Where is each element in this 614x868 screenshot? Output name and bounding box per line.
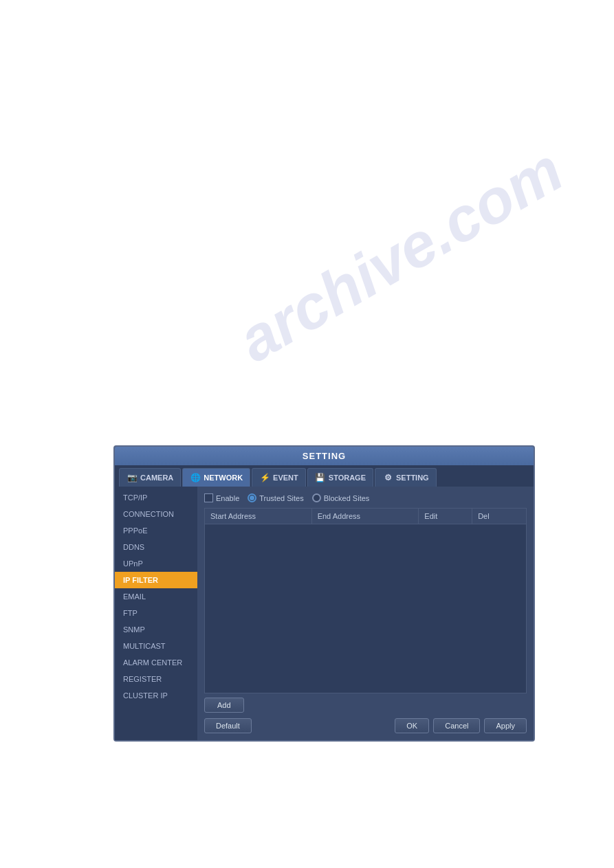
content-area: TCP/IP CONNECTION PPPoE DDNS UPnP IP FIL… [115,487,534,740]
tab-camera-label: CAMERA [140,474,173,482]
col-del: Del [472,509,526,524]
sidebar-item-ftp[interactable]: FTP [115,605,197,621]
event-tab-icon: ⚡ [259,472,270,483]
trusted-sites-label: Trusted Sites [259,494,303,502]
col-end-address: End Address [312,509,419,524]
sidebar-item-tcpip[interactable]: TCP/IP [115,489,197,506]
sidebar-item-ipfilter[interactable]: IP FILTER [115,572,197,588]
ok-button[interactable]: OK [395,718,429,733]
trusted-sites-wrapper[interactable]: Trusted Sites [248,493,303,502]
filter-options: Enable Trusted Sites Blocked Sites [204,493,527,502]
storage-tab-icon: 💾 [315,472,326,483]
tab-camera[interactable]: 📷 CAMERA [119,468,181,487]
sidebar-item-connection[interactable]: CONNECTION [115,506,197,522]
enable-label: Enable [216,494,239,502]
tab-network-label: NETWORK [204,474,243,482]
sidebar-item-multicast[interactable]: MULTICAST [115,638,197,654]
sidebar-item-upnp[interactable]: UPnP [115,555,197,572]
sidebar-item-snmp[interactable]: SNMP [115,621,197,638]
ip-filter-table: Start Address End Address Edit Del [204,508,527,693]
sidebar-item-register[interactable]: REGISTER [115,671,197,687]
blocked-sites-label: Blocked Sites [324,494,370,502]
tab-storage[interactable]: 💾 STORAGE [307,468,373,487]
add-button[interactable]: Add [204,698,244,713]
setting-tab-icon: ⚙ [382,472,393,483]
sidebar-item-ddns[interactable]: DDNS [115,539,197,555]
dialog-title: SETTING [115,447,534,465]
col-edit: Edit [419,509,472,524]
cancel-button[interactable]: Cancel [433,718,480,733]
sidebar-item-clusterip[interactable]: CLUSTER IP [115,687,197,704]
table-header: Start Address End Address Edit Del [205,509,526,524]
tab-setting-label: SETTING [396,474,429,482]
tab-setting[interactable]: ⚙ SETTING [375,468,437,487]
default-button[interactable]: Default [204,718,252,733]
action-row: Add [204,698,527,713]
tab-event-label: EVENT [273,474,298,482]
watermark: archive.com [226,135,574,377]
settings-dialog: SETTING 📷 CAMERA 🌐 NETWORK ⚡ EVENT 💾 STO… [113,445,535,742]
ok-cancel-apply: OK Cancel Apply [395,718,527,733]
sidebar-item-pppoe[interactable]: PPPoE [115,522,197,539]
camera-tab-icon: 📷 [127,472,138,483]
apply-button[interactable]: Apply [484,718,527,733]
sidebar: TCP/IP CONNECTION PPPoE DDNS UPnP IP FIL… [115,487,197,740]
col-start-address: Start Address [205,509,312,524]
sidebar-item-email[interactable]: EMAIL [115,588,197,605]
table-body [205,524,526,693]
tab-bar: 📷 CAMERA 🌐 NETWORK ⚡ EVENT 💾 STORAGE ⚙ S… [115,465,534,487]
tab-storage-label: STORAGE [329,474,366,482]
network-tab-icon: 🌐 [190,472,201,483]
tab-event[interactable]: ⚡ EVENT [252,468,306,487]
bottom-buttons: Default OK Cancel Apply [204,718,527,733]
blocked-sites-radio[interactable] [312,493,321,502]
enable-checkbox[interactable] [204,493,213,502]
main-panel: Enable Trusted Sites Blocked Sites Start… [197,487,534,740]
blocked-sites-wrapper[interactable]: Blocked Sites [312,493,370,502]
tab-network[interactable]: 🌐 NETWORK [182,468,250,487]
enable-checkbox-wrapper[interactable]: Enable [204,493,239,502]
sidebar-item-alarmcenter[interactable]: ALARM CENTER [115,654,197,671]
trusted-sites-radio[interactable] [248,493,256,502]
